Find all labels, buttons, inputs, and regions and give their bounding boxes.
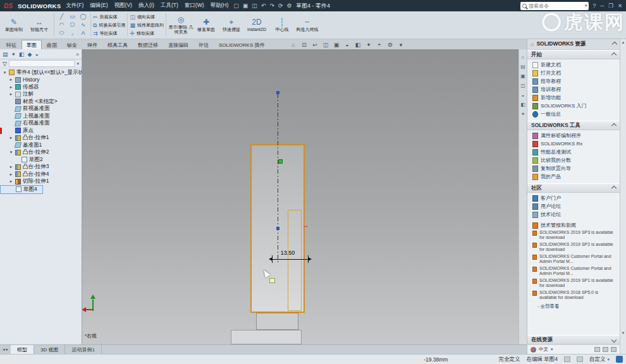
section-header-start[interactable]: 开始 — [527, 50, 620, 59]
pin-icon[interactable] — [611, 347, 617, 352]
custom-status[interactable]: 自定义 ▾ — [589, 356, 610, 363]
tree-item[interactable]: 材质 <未指定> — [0, 98, 82, 106]
rectangle-tool-icon[interactable]: ▭ — [67, 13, 78, 21]
tree-item[interactable]: ▸ 切除-拉伸1 — [0, 178, 82, 186]
task-pane-link[interactable]: 一般信息 — [527, 110, 620, 118]
command-tab[interactable]: 钣金 — [62, 40, 82, 49]
graphics-area[interactable]: 13.50 ↔ *右视 — [82, 49, 519, 344]
zoom-area-icon[interactable]: ⊡ — [299, 42, 309, 48]
document-tab[interactable]: 3D 视图 — [34, 345, 65, 354]
dimxpert-manager-icon[interactable]: ◆ — [28, 51, 32, 58]
hud-expand-icon[interactable]: ▾ — [396, 42, 405, 48]
task-pane-link[interactable]: 用户论坛 — [527, 202, 620, 210]
window-layout-icon[interactable] — [603, 347, 608, 352]
language-globe-icon[interactable] — [531, 347, 536, 353]
fillet-tool-icon[interactable]: ◞ — [67, 29, 78, 37]
feature-manager-icon[interactable]: ▤ — [3, 51, 8, 58]
tree-item[interactable]: ▸ History — [0, 76, 82, 84]
view-orientation-icon[interactable]: ▣ — [331, 42, 341, 48]
open-doc-icon[interactable]: ▣ — [243, 3, 249, 9]
undo-icon[interactable]: ↶ — [261, 3, 266, 9]
search-input[interactable] — [529, 3, 583, 9]
task-pane-link[interactable]: 培训教程 — [527, 85, 620, 94]
command-tab[interactable]: 直接编辑 — [163, 40, 193, 49]
linear-sketch-pattern-button[interactable]: ▦ 线性草图阵列 — [130, 21, 164, 29]
centerline-button[interactable]: ┆ 中心线 — [269, 12, 295, 38]
tree-item[interactable]: ▸ 注解 — [0, 91, 82, 99]
redo-icon[interactable]: ↷ — [269, 3, 274, 9]
expander-icon[interactable]: ▸ — [9, 172, 13, 177]
filter-caret-icon[interactable]: ▾ — [77, 61, 79, 66]
search-caret-icon[interactable]: ▾ — [585, 3, 587, 8]
language-label[interactable]: 中文 — [539, 346, 548, 353]
arc-tool-icon[interactable]: ◠ — [56, 21, 67, 29]
circle-tool-icon[interactable]: ◯ — [78, 13, 89, 21]
section-header-tools[interactable]: SOLIDWORKS 工具 — [527, 121, 620, 130]
tree-item[interactable]: 草图2 — [0, 156, 82, 164]
tree-item[interactable]: 右视基准面 — [0, 120, 82, 128]
tag-icon[interactable] — [577, 356, 583, 362]
tree-item[interactable]: 原点 — [0, 127, 82, 135]
document-tab[interactable]: 模型 — [11, 345, 34, 354]
task-pane-link[interactable]: 性能基准测试 — [527, 148, 620, 156]
model-pedestal[interactable] — [256, 313, 298, 330]
tree-filter-input[interactable] — [9, 60, 75, 67]
news-item[interactable]: SOLIDWORKS 2019 SP1 is available for dow… — [532, 278, 616, 288]
task-pane-link[interactable]: 比较我的分数 — [527, 156, 620, 164]
view-palette-icon[interactable]: ◫ — [520, 83, 525, 88]
ellipse-tool-icon[interactable]: ⬭ — [56, 29, 67, 37]
task-pane-link[interactable]: SOLIDWORKS Rx — [527, 140, 620, 148]
task-pane-link[interactable]: 客户门户 — [527, 194, 620, 202]
sketch-tool-button[interactable]: ✎ 草图绘制 — [1, 12, 27, 38]
task-pane-link[interactable]: 属性标签编制程序 — [527, 131, 620, 140]
minimize-icon[interactable]: ─ — [600, 3, 604, 9]
zoom-fit-icon[interactable]: ⌂ — [288, 42, 298, 48]
sketch-endpoint-marker[interactable] — [276, 91, 279, 94]
section-header-online[interactable]: 在线资源 — [527, 335, 620, 344]
command-tab[interactable]: 曲面 — [42, 40, 62, 49]
task-pane-link[interactable]: 新建文档 — [527, 61, 620, 69]
section-view-icon[interactable]: ◫ — [321, 42, 330, 48]
polygon-tool-icon[interactable]: ⬠ — [67, 21, 78, 29]
smart-dimension-button[interactable]: ↔ 智能尺寸 — [27, 12, 52, 38]
scroll-up-icon[interactable]: ▲ — [622, 40, 625, 44]
instant2d-button[interactable]: 2D Instant2D — [244, 12, 269, 38]
menu-item[interactable]: 编辑(E) — [90, 2, 107, 9]
maximize-icon[interactable]: ❐ — [608, 3, 613, 9]
view-settings-icon[interactable]: ⚙ — [385, 42, 395, 48]
hide-show-items-icon[interactable]: ◧ — [353, 42, 362, 48]
task-pane-scrollbar[interactable]: ▲ ▼ — [620, 39, 626, 354]
rebuild-icon[interactable]: ⟳ — [278, 3, 283, 9]
sketch-midpoint-marker[interactable] — [278, 159, 283, 164]
expander-icon[interactable]: ▸ — [9, 135, 13, 140]
news-item[interactable]: SOLIDWORKS Customer Portal and Admin Por… — [532, 266, 616, 276]
task-pane-link[interactable]: 指导教程 — [527, 77, 620, 85]
apply-scene-icon[interactable]: ◓ — [374, 42, 384, 48]
tree-item[interactable]: ▸ 凸台-拉伸4 — [0, 171, 82, 178]
offset-entities-button[interactable]: ⇉ 等距实体 — [93, 30, 125, 37]
command-tab[interactable]: 草图 — [21, 40, 42, 49]
menu-item[interactable]: 帮助(H) — [210, 2, 228, 9]
task-pane-link[interactable]: SOLIDWORKS 入门 — [527, 102, 620, 110]
section-header-community[interactable]: 社区 — [527, 183, 620, 193]
command-tab[interactable]: 特征 — [1, 40, 21, 49]
dimension-value[interactable]: 13.50 — [267, 250, 308, 256]
command-tab[interactable]: 数据迁移 — [133, 40, 163, 49]
view-all-link[interactable]: - 全部查看 — [527, 303, 620, 311]
monitor-icon[interactable] — [594, 347, 600, 352]
task-pane-link[interactable]: 我的产品 — [527, 173, 620, 181]
news-item[interactable]: SOLIDWORKS Customer Portal and Admin Por… — [532, 254, 616, 264]
new-doc-icon[interactable]: ▢ — [233, 3, 239, 9]
news-item[interactable]: SOLIDWORKS 2018 SP5.0 is available for d… — [532, 290, 616, 300]
configuration-manager-icon[interactable]: ◧ — [19, 51, 25, 58]
command-tab[interactable]: SOLIDWORKS 插件 — [214, 40, 269, 49]
expander-icon[interactable]: ▸ — [9, 164, 13, 169]
tree-item[interactable]: ▸ 传感器 — [0, 83, 82, 91]
dimension-drag-handle[interactable]: ↔ — [302, 221, 309, 229]
previous-view-icon[interactable]: ↩ — [310, 42, 319, 48]
expander-icon[interactable]: ▸ — [9, 77, 13, 82]
spline-tool-icon[interactable]: ∿ — [78, 21, 89, 29]
tree-item[interactable]: 上视基准面 — [0, 112, 82, 120]
display-delete-relations-button[interactable]: ◎ 显示/删除 几何关系 — [168, 12, 193, 38]
display-manager-icon[interactable]: ◒ — [35, 51, 39, 58]
